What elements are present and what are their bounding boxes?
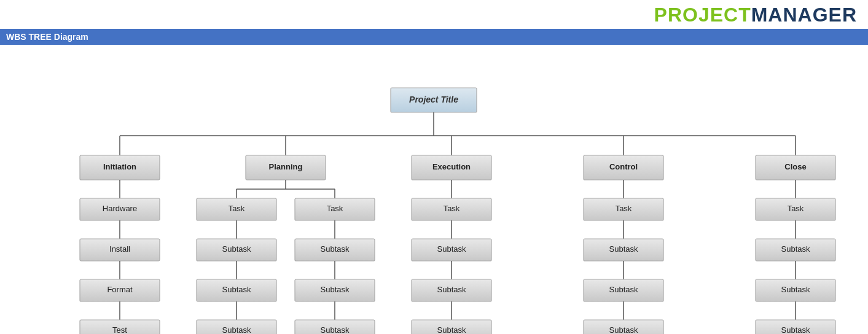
svg-text:Task: Task bbox=[229, 204, 245, 213]
svg-text:Subtask: Subtask bbox=[321, 325, 350, 334]
node-control-subtask3: Subtask bbox=[584, 320, 663, 334]
phase-planning: Planning bbox=[246, 155, 326, 180]
svg-text:Subtask: Subtask bbox=[609, 325, 638, 334]
svg-text:Subtask: Subtask bbox=[781, 325, 810, 334]
node-hardware: Hardware bbox=[80, 198, 160, 220]
svg-text:Task: Task bbox=[444, 204, 460, 213]
svg-text:Test: Test bbox=[112, 325, 127, 334]
node-install: Install bbox=[80, 239, 160, 261]
node-close-subtask1: Subtask bbox=[756, 239, 835, 261]
svg-text:Subtask: Subtask bbox=[222, 285, 251, 294]
svg-text:Format: Format bbox=[107, 285, 133, 294]
svg-text:Hardware: Hardware bbox=[103, 204, 137, 213]
svg-text:Subtask: Subtask bbox=[437, 325, 466, 334]
svg-text:Subtask: Subtask bbox=[321, 285, 350, 294]
phase-close: Close bbox=[756, 155, 835, 180]
node-control-subtask2: Subtask bbox=[584, 279, 663, 301]
node-execution-task: Task bbox=[412, 198, 491, 220]
logo-manager: MANAGER bbox=[751, 4, 857, 26]
svg-text:Task: Task bbox=[327, 204, 343, 213]
title-bar: WBS TREE Diagram bbox=[0, 29, 868, 45]
svg-text:Close: Close bbox=[784, 162, 806, 171]
node-planning-subtask1-right: Subtask bbox=[295, 239, 375, 261]
logo: PROJECTMANAGER bbox=[654, 4, 857, 26]
node-planning-subtask3-left: Subtask bbox=[197, 320, 276, 334]
svg-text:Subtask: Subtask bbox=[609, 285, 638, 294]
node-close-subtask3: Subtask bbox=[756, 320, 835, 334]
svg-text:Subtask: Subtask bbox=[437, 285, 466, 294]
svg-text:Subtask: Subtask bbox=[781, 244, 810, 254]
svg-text:Subtask: Subtask bbox=[437, 244, 466, 254]
svg-text:Initiation: Initiation bbox=[103, 162, 136, 171]
svg-text:Task: Task bbox=[788, 204, 804, 213]
node-execution-subtask1: Subtask bbox=[412, 239, 491, 261]
node-planning-subtask2-left: Subtask bbox=[197, 279, 276, 301]
node-control-subtask1: Subtask bbox=[584, 239, 663, 261]
logo-project: PROJECT bbox=[654, 4, 751, 26]
svg-text:Subtask: Subtask bbox=[781, 285, 810, 294]
node-close-task: Task bbox=[756, 198, 835, 220]
node-test: Test bbox=[80, 320, 160, 334]
node-execution-subtask3: Subtask bbox=[412, 320, 491, 334]
svg-text:Task: Task bbox=[616, 204, 632, 213]
header: PROJECTMANAGER bbox=[0, 0, 868, 29]
root-node: Project Title bbox=[391, 88, 477, 112]
phase-execution: Execution bbox=[412, 155, 491, 180]
svg-text:Planning: Planning bbox=[269, 162, 303, 171]
node-planning-subtask3-right: Subtask bbox=[295, 320, 375, 334]
phase-control: Control bbox=[584, 155, 663, 180]
node-planning-subtask2-right: Subtask bbox=[295, 279, 375, 301]
title-bar-label: WBS TREE Diagram bbox=[6, 32, 88, 42]
node-control-task: Task bbox=[584, 198, 663, 220]
svg-text:Execution: Execution bbox=[432, 162, 471, 171]
node-close-subtask2: Subtask bbox=[756, 279, 835, 301]
node-execution-subtask2: Subtask bbox=[412, 279, 491, 301]
svg-text:Subtask: Subtask bbox=[222, 244, 251, 254]
node-planning-subtask1-left: Subtask bbox=[197, 239, 276, 261]
node-planning-task-left: Task bbox=[197, 198, 276, 220]
wbs-diagram: Project Title Initiation Hardware Instal… bbox=[6, 51, 862, 334]
node-planning-task-right: Task bbox=[295, 198, 375, 220]
svg-text:Install: Install bbox=[109, 244, 130, 254]
svg-text:Control: Control bbox=[609, 162, 638, 171]
svg-text:Project Title: Project Title bbox=[409, 95, 458, 104]
svg-text:Subtask: Subtask bbox=[222, 325, 251, 334]
svg-text:Subtask: Subtask bbox=[321, 244, 350, 254]
phase-initiation: Initiation bbox=[80, 155, 160, 180]
svg-text:Subtask: Subtask bbox=[609, 244, 638, 254]
node-format: Format bbox=[80, 279, 160, 301]
diagram-area: Project Title Initiation Hardware Instal… bbox=[0, 45, 868, 334]
